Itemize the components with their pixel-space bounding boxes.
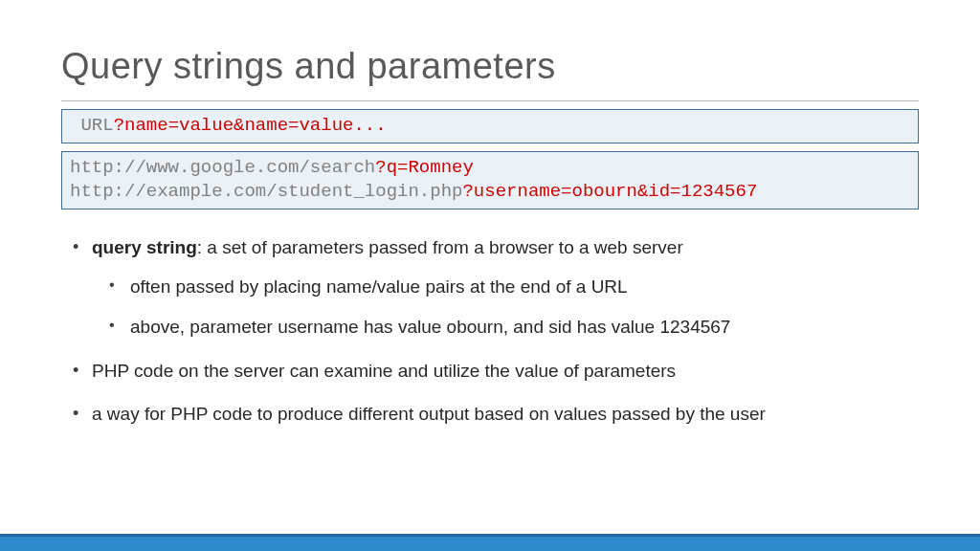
syntax-box: URL?name=value&name=value...: [61, 109, 919, 143]
title-rule: [61, 100, 919, 101]
bullet-list: query string: a set of parameters passed…: [61, 234, 919, 428]
bullet-1-sub-2: above, parameter username has value obou…: [92, 314, 919, 341]
bullet-1-sub-1: often passed by placing name/value pairs…: [92, 274, 919, 300]
bullet-1: query string: a set of parameters passed…: [61, 234, 919, 341]
examples-box: http://www.google.com/search?q=Romney ht…: [61, 151, 919, 209]
example-1-query: ?q=Romney: [375, 157, 474, 178]
example-1-base: http://www.google.com/search: [70, 157, 375, 178]
bullet-1-rest: : a set of parameters passed from a brow…: [197, 237, 683, 257]
syntax-base: URL: [80, 115, 113, 136]
bullet-3: a way for PHP code to produce different …: [61, 401, 919, 428]
example-2-query: ?username=obourn&id=1234567: [462, 181, 757, 202]
syntax-query: ?name=value&name=value...: [114, 115, 387, 136]
slide: Query strings and parameters URL?name=va…: [0, 0, 980, 428]
example-2-base: http://example.com/student_login.php: [70, 181, 462, 202]
bullet-1-term: query string: [92, 237, 197, 257]
slide-title: Query strings and parameters: [61, 46, 919, 87]
footer-accent-bar: [0, 534, 980, 551]
bullet-2: PHP code on the server can examine and u…: [61, 358, 919, 385]
